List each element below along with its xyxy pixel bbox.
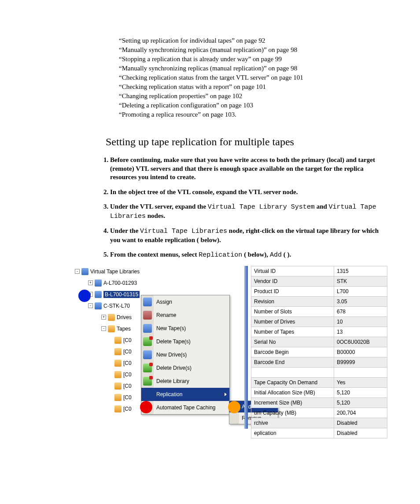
pane-divider[interactable] bbox=[244, 266, 248, 429]
tape-icon bbox=[114, 371, 122, 378]
tree-node-library[interactable]: + A-L700-01293 bbox=[70, 277, 229, 289]
property-row: Initial Allocation Size (MB)5,120 bbox=[251, 387, 387, 397]
property-name: Number of Tapes bbox=[251, 327, 334, 337]
property-row: Tape Capacity On DemandYes bbox=[251, 377, 387, 387]
menu-label: Rename bbox=[156, 312, 176, 318]
step-text: nodes. bbox=[146, 212, 165, 219]
menu-item-rename[interactable]: Rename bbox=[141, 309, 229, 322]
property-row: Serial No0OC6U0020B bbox=[251, 337, 387, 347]
step-1: Before continuing, make sure that you ha… bbox=[110, 156, 385, 182]
tape-icon bbox=[114, 337, 122, 344]
property-row: Vendor IDSTK bbox=[251, 276, 387, 286]
crossref-item: “Checking replication status from the ta… bbox=[119, 74, 385, 81]
property-name: Number of Drives bbox=[251, 316, 334, 327]
menu-item-new-drive[interactable]: New Drive(s) bbox=[141, 348, 229, 361]
step-text: ( below), bbox=[242, 251, 270, 258]
rename-icon bbox=[143, 311, 152, 320]
code-text: Virtual Tape Library System bbox=[208, 203, 315, 211]
property-value: 3.05 bbox=[334, 296, 387, 306]
menu-item-automated-tape-caching[interactable]: Automated Tape Caching bbox=[141, 401, 229, 414]
property-value: Disabled bbox=[334, 428, 387, 438]
menu-item-delete-drive[interactable]: Delete Drive(s) bbox=[141, 361, 229, 375]
collapse-icon[interactable]: - bbox=[101, 326, 106, 331]
crossref-item: “Stopping a replication that is already … bbox=[119, 55, 385, 63]
collapse-icon[interactable]: - bbox=[88, 303, 93, 308]
property-row: Virtual ID1315 bbox=[251, 266, 387, 276]
step-text: and bbox=[315, 203, 329, 210]
step-text: From the context menus, select bbox=[110, 251, 199, 258]
step-text: ( ). bbox=[282, 251, 291, 258]
step-text: Under the VTL server, expand the bbox=[110, 203, 208, 210]
property-value: 678 bbox=[334, 306, 387, 316]
menu-item-new-tape[interactable]: New Tape(s) bbox=[141, 322, 229, 335]
property-name bbox=[251, 367, 334, 377]
menu-item-delete-library[interactable]: Delete Library bbox=[141, 375, 229, 388]
callout-marker-orange bbox=[228, 401, 240, 413]
tree-label: Virtual Tape Libraries bbox=[90, 269, 140, 275]
step-5: From the context menus, select Replicati… bbox=[110, 250, 385, 260]
menu-label: Automated Tape Caching bbox=[156, 405, 216, 411]
property-value: Disabled bbox=[334, 418, 387, 428]
callout-marker-blue bbox=[78, 290, 91, 302]
menu-item-assign[interactable]: Assign bbox=[141, 295, 229, 309]
tape-icon bbox=[114, 383, 122, 390]
property-name: Serial No bbox=[251, 337, 334, 347]
property-value: 200,704 bbox=[334, 408, 387, 418]
property-row: Product IDL700 bbox=[251, 286, 387, 296]
property-value: L700 bbox=[334, 286, 387, 296]
property-name: Number of Slots bbox=[251, 306, 334, 316]
code-text: Add bbox=[270, 251, 282, 259]
property-value bbox=[334, 367, 387, 377]
library-icon bbox=[95, 302, 102, 309]
property-row: Number of Tapes13 bbox=[251, 327, 387, 337]
tapes-icon bbox=[108, 325, 115, 332]
menu-item-replication[interactable]: Replication bbox=[141, 388, 229, 401]
property-value: B99999 bbox=[334, 357, 387, 367]
property-row: rchiveDisabled bbox=[251, 418, 387, 428]
tree-label: A-L700-01293 bbox=[103, 280, 137, 286]
crossref-item: “Checking replication status with a repo… bbox=[119, 83, 385, 91]
property-name: Increment Size (MB) bbox=[251, 397, 334, 408]
assign-icon bbox=[143, 298, 152, 306]
vtl-console-screenshot: - Virtual Tape Libraries + A-L700-01293 … bbox=[70, 266, 385, 429]
property-name: rchive bbox=[251, 418, 334, 428]
tape-icon bbox=[114, 360, 122, 367]
crossref-item: “Manually synchronizing replicas (manual… bbox=[119, 46, 385, 54]
expand-icon[interactable]: + bbox=[88, 280, 93, 285]
property-value: 0OC6U0020B bbox=[334, 337, 387, 347]
tape-icon bbox=[114, 394, 122, 401]
crossref-item: “Promoting a replica resource” on page 1… bbox=[119, 111, 385, 118]
tree-label: [C0 bbox=[123, 349, 132, 355]
callout-marker-red bbox=[140, 401, 152, 413]
property-row: Number of Slots678 bbox=[251, 306, 387, 316]
new-drive-icon bbox=[143, 350, 152, 359]
tape-icon bbox=[114, 348, 122, 355]
drives-icon bbox=[108, 314, 115, 321]
library-icon bbox=[95, 280, 102, 287]
property-row: Increment Size (MB)5,120 bbox=[251, 397, 387, 408]
expand-icon[interactable]: + bbox=[101, 315, 106, 320]
property-row: Barcode BeginB00000 bbox=[251, 347, 387, 357]
property-name: Vendor ID bbox=[251, 276, 334, 286]
context-menu[interactable]: Assign Rename New Tape(s) Delete Tape(s)… bbox=[141, 295, 230, 415]
property-value: Yes bbox=[334, 377, 387, 387]
property-value: 5,120 bbox=[334, 397, 387, 408]
step-3: Under the VTL server, expand the Virtual… bbox=[110, 202, 385, 221]
property-row: um Capacity (MB)200,704 bbox=[251, 408, 387, 418]
property-value: 1315 bbox=[334, 266, 387, 276]
tree-label: [C0 bbox=[123, 394, 132, 401]
property-name: um Capacity (MB) bbox=[251, 408, 334, 418]
menu-label: New Drive(s) bbox=[156, 352, 187, 358]
submenu-arrow-icon bbox=[225, 393, 227, 396]
crossref-item: “Changing replication properties” on pag… bbox=[119, 92, 385, 100]
property-row: Revision3.05 bbox=[251, 296, 387, 306]
crossref-item: “Deleting a replication configuration” o… bbox=[119, 102, 385, 109]
crossref-list: “Setting up replication for individual t… bbox=[119, 37, 385, 118]
property-value: 13 bbox=[334, 327, 387, 337]
menu-item-delete-tape[interactable]: Delete Tape(s) bbox=[141, 335, 229, 348]
step-text: Under the bbox=[110, 227, 140, 234]
crossref-item: “Manually synchronizing replicas (manual… bbox=[119, 65, 385, 72]
collapse-icon[interactable]: - bbox=[75, 269, 80, 274]
property-row: Barcode EndB99999 bbox=[251, 357, 387, 367]
tree-node-vtl[interactable]: - Virtual Tape Libraries bbox=[70, 266, 229, 277]
